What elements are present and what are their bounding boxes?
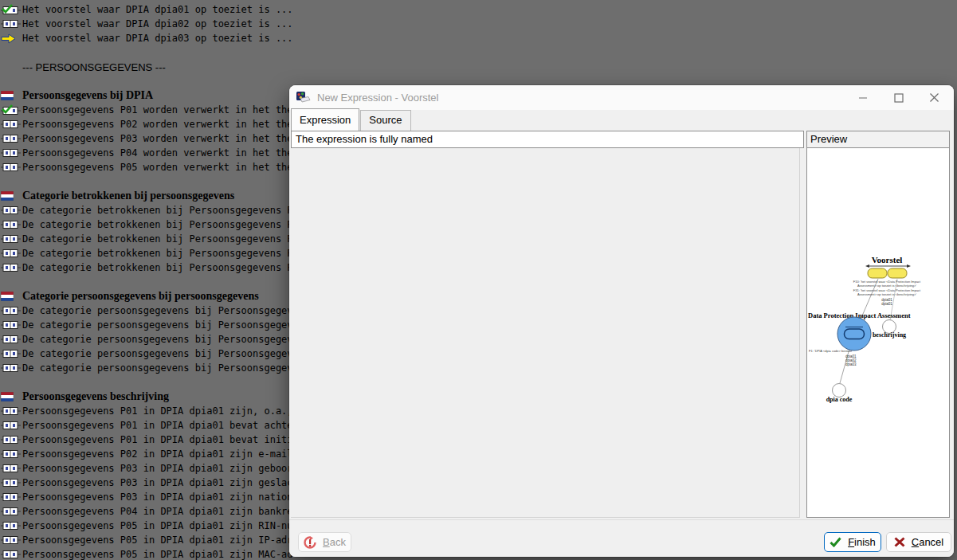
fact-type-icon [0,535,22,545]
fact-type-icon [0,163,22,172]
fact-example: dpia01 [881,302,892,306]
preview-header: Preview [807,131,949,148]
fact-type-icon [0,320,22,330]
row-text: Persoonsgegevens P03 in DPIA dpia01 zijn… [22,477,293,488]
tab-source[interactable]: Source [360,110,410,131]
netherlands-flag-icon [0,191,22,201]
netherlands-flag-icon [0,292,22,301]
red-x-icon [894,537,905,547]
fact-type-label: Voorstel [872,255,903,264]
validated-fact-icon [0,104,22,116]
cancel-button[interactable]: Cancel [886,532,951,552]
row-text: Persoonsgegevens P05 worden verwerkt in … [22,162,299,173]
fact-type-icon [0,234,22,244]
app-icon [296,92,311,104]
arrowhead-left [865,264,869,268]
refmode-label: dpia code [826,396,853,403]
row-text: Het voorstel waar DPIA dpia03 op toeziet… [22,33,293,44]
fact-type-icon [0,119,22,129]
row-text: De categorie persoonsgegevens bij Persoo… [22,305,293,316]
row-text: Persoonsgegevens beschrijving [22,390,169,403]
fact-type-icon [0,507,22,516]
row-text: Persoonsgegevens P01 in DPIA dpia01 zijn… [22,405,293,417]
tab-expression[interactable]: Expression [291,108,359,131]
dialog-tabbar: Expression Source [289,110,954,131]
fact-list-item[interactable]: Het voorstel waar DPIA dpia03 op toeziet… [0,31,957,45]
model-preview-diagram: Voorstel F10: 'het voorstel waar <Data P… [807,148,949,516]
row-text: Persoonsgegevens P01 worden verwerkt in … [22,104,299,116]
row-text: De categorie betrokkenen bij Persoonsgeg… [22,205,293,216]
row-text: Persoonsgegevens P05 in DPIA dpia01 zijn… [22,520,293,531]
fact-type-icon [0,421,22,430]
row-text: Het voorstel waar DPIA dpia02 op toeziet… [22,18,293,29]
row-text: Persoonsgegevens bij DPIA [22,89,153,102]
close-icon[interactable] [916,85,952,110]
expression-editor-area[interactable] [291,148,800,518]
minimize-icon[interactable] [845,85,881,110]
row-text: De categorie persoonsgegevens bij Persoo… [22,348,293,359]
fact-type-icon [0,19,22,29]
fact-type-icon [0,435,22,444]
validated-fact-icon [0,4,22,15]
entity-circle [837,317,871,350]
green-check-icon [830,537,841,547]
row-text: Persoonsgegevens P01 in DPIA dpia01 beva… [22,434,293,445]
fact-type-icon [0,478,22,488]
fact-type-icon [0,363,22,373]
expression-status-message: The expression is fully named [291,131,804,148]
fact-type-icon [0,449,22,459]
dialog-footer: Back Finish Cancel [289,519,954,557]
fact-list-item[interactable]: Het voorstel waar DPIA dpia02 op toeziet… [0,17,957,31]
back-button[interactable]: Back [298,532,351,552]
fact-type-icon [0,521,22,531]
arrowhead-right [907,264,911,268]
new-expression-dialog: New Expression - Voorstel Expression Sou… [289,85,954,557]
row-text: De categorie betrokkenen bij Persoonsgeg… [22,248,293,259]
back-button-label: Back [323,536,346,548]
row-text: Categorie betrokkenen bij persoonsgegeve… [22,190,234,202]
entity-example: dpia03 [845,362,857,366]
fact-type-icon [0,306,22,315]
role-box-1 [868,268,887,278]
finish-button[interactable]: Finish [824,532,881,552]
fact-type-icon [0,263,22,272]
fact-type-icon [0,148,22,158]
row-text: Persoonsgegevens P02 worden verwerkt in … [22,119,299,130]
row-text: Persoonsgegevens P04 in DPIA dpia01 zijn… [22,506,293,517]
netherlands-flag-icon [0,392,22,401]
row-text: Persoonsgegevens P01 in DPIA dpia01 beva… [22,420,293,431]
section-divider: --- PERSOONSGEGEVENS --- [0,60,957,74]
row-text: Persoonsgegevens P03 worden verwerkt in … [22,133,299,144]
fact-type-icon [0,220,22,229]
fact-type-icon [0,492,22,502]
preview-panel: Preview Voorstel F10: 'het voorstel waar… [806,131,950,518]
row-text: De categorie persoonsgegevens bij Persoo… [22,362,293,374]
fact-type-icon [0,406,22,416]
refmode-circle [833,384,846,397]
derivation-arrow-icon [0,33,22,44]
dialog-title: New Expression - Voorstel [317,92,438,104]
blank-row [0,45,957,60]
value-type-label: beschrijving [873,331,906,339]
dialog-titlebar[interactable]: New Expression - Voorstel [289,85,954,110]
fact-type-icon [0,134,22,143]
row-text: Persoonsgegevens P05 in DPIA dpia01 zijn… [22,549,293,560]
row-text: Persoonsgegevens P05 in DPIA dpia01 zijn… [22,535,293,546]
netherlands-flag-icon [0,91,22,100]
fact-type-icon [0,464,22,473]
row-text: Categorie persoonsgegevens bij persoonsg… [22,290,259,303]
row-text: Persoonsgegevens P03 in DPIA dpia01 zijn… [22,491,293,503]
row-text: De categorie betrokkenen bij Persoonsgeg… [22,262,293,273]
fact-type-icon [0,550,22,559]
fact-type-icon [0,335,22,344]
row-text: Het voorstel waar DPIA dpia01 op toeziet… [22,4,293,15]
fact-list-item[interactable]: Het voorstel waar DPIA dpia01 op toeziet… [0,2,957,17]
row-text: De categorie persoonsgegevens bij Persoo… [22,319,293,331]
row-text: --- PERSOONSGEGEVENS --- [22,61,166,73]
row-text: Persoonsgegevens P03 in DPIA dpia01 zijn… [22,463,293,474]
rule-line: Assessment> op toeziet is <beschrijving>… [857,292,916,296]
fact-type-icon [0,249,22,258]
maximize-icon[interactable] [881,85,916,110]
cancel-button-label: Cancel [912,536,943,548]
role-box-2 [888,268,907,278]
